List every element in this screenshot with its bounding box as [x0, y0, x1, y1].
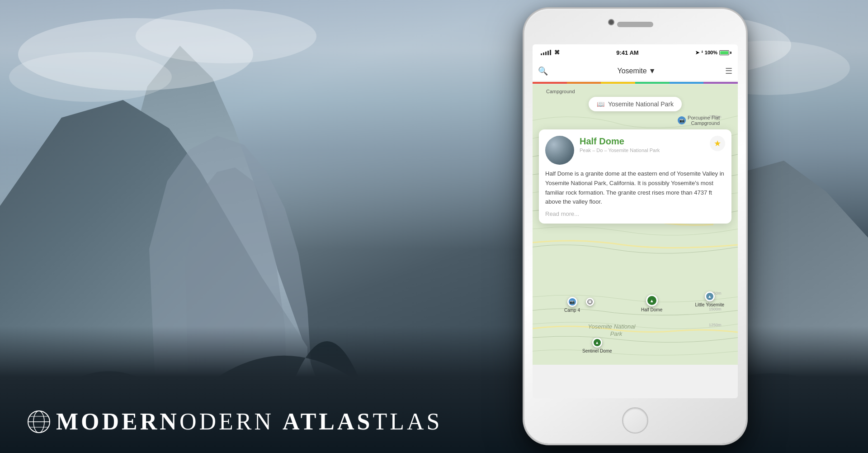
tab-green[interactable]	[635, 82, 670, 84]
filter-icon[interactable]: ☰	[725, 66, 732, 76]
svg-text:1500m: 1500m	[709, 307, 722, 311]
logo-text: MODERNODERN ATLASTLAS	[56, 408, 443, 435]
info-card[interactable]: Half Dome Peak – Do – Yosemite National …	[539, 129, 731, 224]
tab-blue[interactable]	[670, 82, 704, 84]
little-yosemite-pin: ▲	[705, 291, 715, 301]
camp4-label: Camp 4	[564, 308, 580, 313]
search-icon: 🔍	[538, 66, 548, 76]
battery-tip	[730, 52, 731, 54]
sentinel-label: Sentinel Dome	[582, 348, 612, 353]
map-pin-museum[interactable]: 🏛	[586, 298, 594, 306]
phone-screen: ⌘ 9:41 AM ➤ ꜜ 100% 🔍	[533, 44, 738, 398]
status-time: 9:41 AM	[616, 49, 638, 56]
map-search-bubble[interactable]: 📖 Yosemite National Park	[589, 97, 682, 111]
half-dome-pin: ▲	[646, 295, 658, 306]
phone-outer-shell: ⌘ 9:41 AM ➤ ꜜ 100% 🔍	[524, 9, 746, 443]
card-subtitle: Peak – Do – Yosemite National Park	[580, 148, 704, 153]
card-image-inner	[545, 136, 574, 165]
map-pin-little-yosemite[interactable]: ▲ Little Yosemite	[695, 291, 725, 307]
tab-orange[interactable]	[567, 82, 601, 84]
search-location[interactable]: Yosemite ▼	[552, 67, 721, 75]
tab-red[interactable]	[533, 82, 567, 84]
sentinel-pin: ▲	[592, 338, 602, 348]
bluetooth-icon: ꜜ	[701, 50, 703, 56]
logo: MODERNODERN ATLASTLAS	[27, 408, 443, 435]
map-area[interactable]: 2750m 2500m Campground 📖 Yosemite Nation…	[533, 84, 738, 283]
location-label: Yosemite	[617, 67, 646, 75]
museum-pin: 🏛	[586, 298, 594, 306]
signal-bars	[541, 50, 551, 55]
wifi-icon: ⌘	[554, 49, 560, 56]
svg-text:Park: Park	[610, 330, 623, 337]
tab-purple[interactable]	[703, 82, 738, 84]
campground-label: Campground	[546, 89, 575, 94]
battery-icon	[719, 50, 731, 55]
status-bar: ⌘ 9:41 AM ➤ ꜜ 100%	[533, 44, 738, 61]
little-yosemite-label: Little Yosemite	[695, 302, 725, 307]
porcupine-text: Porcupine FlatCampground	[688, 115, 720, 126]
bubble-text: Yosemite National Park	[608, 100, 674, 108]
half-dome-label: Half Dome	[641, 307, 662, 312]
tab-yellow[interactable]	[601, 82, 635, 84]
card-title: Half Dome	[580, 136, 704, 147]
porcupine-dot: 📷	[678, 116, 686, 124]
phone-speaker	[617, 22, 653, 27]
battery-body	[719, 50, 729, 55]
card-title-area: Half Dome Peak – Do – Yosemite National …	[580, 136, 704, 153]
porcupine-flat-label: 📷 Porcupine FlatCampground	[678, 115, 720, 126]
status-left: ⌘	[539, 49, 560, 56]
search-bar[interactable]: 🔍 Yosemite ▼ ☰	[533, 61, 738, 81]
star-icon: ★	[714, 138, 721, 148]
battery-percent: 100%	[705, 50, 717, 55]
map-pin-half-dome[interactable]: ▲ Half Dome	[641, 295, 662, 312]
phone-camera	[608, 19, 614, 25]
signal-bar-5	[550, 50, 551, 55]
campground-text: Campground	[546, 89, 575, 94]
svg-text:Yosemite National: Yosemite National	[588, 323, 636, 330]
book-icon: 📖	[597, 100, 604, 108]
signal-bar-3	[545, 52, 547, 55]
card-image	[545, 136, 574, 165]
dropdown-arrow-icon: ▼	[649, 67, 656, 75]
favorite-button[interactable]: ★	[710, 136, 725, 151]
location-arrow-icon: ➤	[695, 50, 699, 56]
read-more-link[interactable]: Read more...	[545, 210, 725, 217]
phone-mockup: ⌘ 9:41 AM ➤ ꜜ 100% 🔍	[524, 9, 746, 443]
card-description: Half Dome is a granite dome at the easte…	[545, 169, 725, 207]
signal-bar-1	[541, 53, 542, 55]
map-pin-camp4[interactable]: 📷 Camp 4	[564, 297, 580, 313]
home-button[interactable]	[622, 407, 648, 434]
signal-bar-4	[547, 51, 549, 55]
card-header: Half Dome Peak – Do – Yosemite National …	[545, 136, 725, 165]
svg-text:1250m: 1250m	[709, 323, 722, 327]
camera-icon: 📷	[679, 118, 684, 123]
bottom-map[interactable]: Yosemite National Park 1750m 1500m 1250m…	[533, 283, 738, 365]
battery-fill	[720, 51, 728, 54]
globe-icon	[27, 410, 51, 434]
camp4-pin: 📷	[567, 297, 577, 307]
signal-bar-2	[543, 52, 544, 55]
status-right: ➤ ꜜ 100%	[695, 50, 731, 56]
map-pin-sentinel[interactable]: ▲ Sentinel Dome	[582, 338, 612, 353]
